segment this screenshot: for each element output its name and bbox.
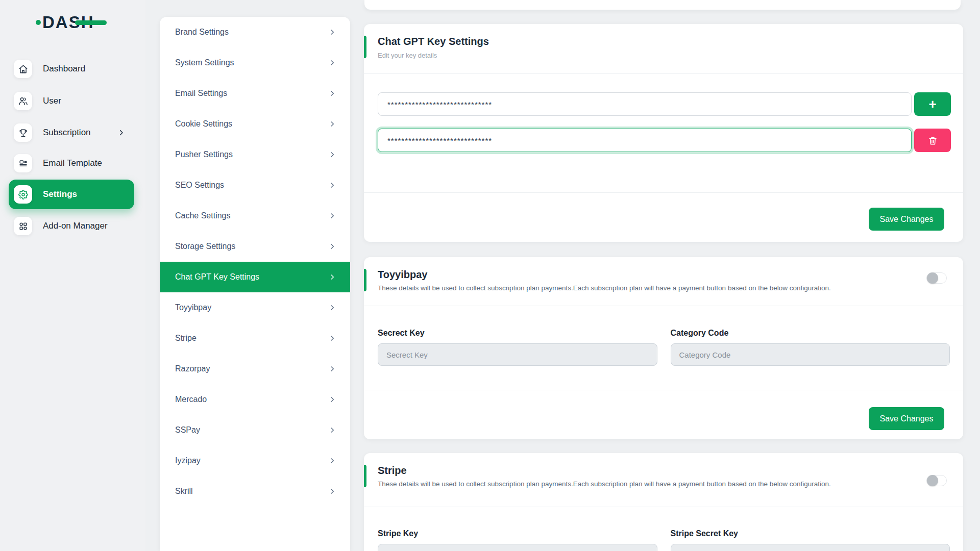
settings-menu-item-cache-settings[interactable]: Cache Settings xyxy=(160,201,350,231)
chevron-right-icon xyxy=(329,427,336,434)
template-icon xyxy=(14,154,32,172)
stripe-key-input[interactable] xyxy=(378,544,657,551)
sidebar-item-add-on-manager[interactable]: Add-on Manager xyxy=(0,211,145,241)
settings-menu-item-label: Mercado xyxy=(175,395,329,404)
category-code-input[interactable] xyxy=(671,343,950,366)
settings-menu-item-iyzipay[interactable]: Iyzipay xyxy=(160,445,350,476)
settings-menu-item-chat-gpt-key-settings[interactable]: Chat GPT Key Settings xyxy=(160,262,350,292)
sidebar-item-label: Subscription xyxy=(43,128,91,138)
card-description: These details will be used to collect su… xyxy=(378,480,933,488)
dash-logo: DASH xyxy=(36,11,107,34)
card-footer: Save Changes xyxy=(364,192,963,242)
logo-dot-icon xyxy=(36,20,41,25)
previous-card-fragment xyxy=(364,0,961,10)
field-label: Stripe Secret Key xyxy=(671,529,950,538)
field-label: Category Code xyxy=(671,329,950,338)
chevron-right-icon xyxy=(329,90,336,97)
sidebar-item-subscription[interactable]: Subscription xyxy=(0,118,145,147)
field-label: Stripe Key xyxy=(378,529,657,538)
card-subtitle: Edit your key details xyxy=(378,52,933,59)
field-grid: Stripe Key Stripe Secret Key xyxy=(364,507,963,551)
save-changes-button[interactable]: Save Changes xyxy=(869,407,944,430)
secret-key-input[interactable] xyxy=(378,343,657,366)
settings-menu-item-cookie-settings[interactable]: Cookie Settings xyxy=(160,109,350,139)
settings-menu-item-label: SSPay xyxy=(175,425,329,435)
sidebar-item-dashboard[interactable]: Dashboard xyxy=(0,54,145,84)
add-key-button[interactable]: + xyxy=(914,92,951,116)
settings-menu-item-system-settings[interactable]: System Settings xyxy=(160,47,350,78)
green-accent-bar xyxy=(364,36,366,58)
settings-menu-item-label: Cookie Settings xyxy=(175,119,329,129)
settings-menu-item-label: Brand Settings xyxy=(175,28,329,37)
chevron-right-icon xyxy=(329,457,336,464)
chevron-right-icon xyxy=(329,59,336,66)
plus-icon: + xyxy=(928,97,936,111)
settings-menu-item-toyyibpay[interactable]: Toyyibpay xyxy=(160,292,350,323)
chevron-right-icon xyxy=(329,365,336,372)
sidebar-item-settings[interactable]: Settings xyxy=(9,180,134,209)
sidebar-item-user[interactable]: User xyxy=(0,86,145,116)
field: Stripe Key xyxy=(378,529,657,551)
home-icon xyxy=(14,60,32,78)
sidebar-item-label: Add-on Manager xyxy=(43,221,108,231)
card-title: Stripe xyxy=(378,465,933,477)
settings-menu-item-label: Cache Settings xyxy=(175,211,329,220)
card-footer: Save Changes xyxy=(364,390,963,439)
key-row: + xyxy=(378,92,951,116)
grid-icon xyxy=(14,217,32,235)
chevron-right-icon xyxy=(329,120,336,128)
chevron-right-icon xyxy=(329,488,336,495)
key-row xyxy=(378,129,951,152)
save-changes-button[interactable]: Save Changes xyxy=(869,208,944,231)
api-key-input-1[interactable] xyxy=(378,92,912,116)
settings-menu-item-skrill[interactable]: Skrill xyxy=(160,476,350,507)
settings-menu-item-label: SEO Settings xyxy=(175,181,329,190)
field: Category Code xyxy=(671,329,950,366)
card-title: Toyyibpay xyxy=(378,269,933,281)
chevron-right-icon xyxy=(329,396,336,403)
sidebar-item-label: User xyxy=(43,96,61,106)
api-key-input-2[interactable] xyxy=(378,129,912,152)
settings-menu-item-seo-settings[interactable]: SEO Settings xyxy=(160,170,350,201)
settings-menu-item-razorpay[interactable]: Razorpay xyxy=(160,354,350,384)
settings-menu-item-label: Storage Settings xyxy=(175,242,329,251)
settings-menu-item-label: Pusher Settings xyxy=(175,150,329,159)
card-description: These details will be used to collect su… xyxy=(378,284,933,292)
settings-menu-item-stripe[interactable]: Stripe xyxy=(160,323,350,354)
card-title: Chat GPT Key Settings xyxy=(378,36,933,47)
settings-menu-item-label: Stripe xyxy=(175,334,329,343)
chevron-right-icon xyxy=(329,182,336,189)
chevron-right-icon xyxy=(329,304,336,311)
settings-menu-item-label: Iyzipay xyxy=(175,456,329,465)
toggle-knob xyxy=(927,272,938,284)
users-icon xyxy=(14,92,32,110)
settings-menu-item-label: System Settings xyxy=(175,58,329,67)
settings-menu-panel: Brand Settings System Settings Email Set… xyxy=(160,17,350,551)
settings-menu-item-mercado[interactable]: Mercado xyxy=(160,384,350,415)
green-accent-bar xyxy=(364,465,366,487)
chevron-right-icon xyxy=(329,151,336,158)
delete-key-button[interactable] xyxy=(914,129,951,152)
settings-menu-item-pusher-settings[interactable]: Pusher Settings xyxy=(160,139,350,170)
settings-menu-item-label: Toyyibpay xyxy=(175,303,329,312)
settings-menu-item-email-settings[interactable]: Email Settings xyxy=(160,78,350,109)
chatgpt-key-settings-card: Chat GPT Key Settings Edit your key deta… xyxy=(364,24,963,242)
settings-menu-item-sspay[interactable]: SSPay xyxy=(160,415,350,445)
card-header: Stripe These details will be used to col… xyxy=(364,453,963,507)
stripe-toggle[interactable] xyxy=(926,475,947,486)
trophy-icon xyxy=(14,123,32,142)
stripe-secret-key-input[interactable] xyxy=(671,544,950,551)
toggle-knob xyxy=(927,475,938,486)
sidebar-item-email-template[interactable]: Email Template xyxy=(0,148,145,178)
settings-menu-item-label: Chat GPT Key Settings xyxy=(175,272,329,282)
field-grid: Secrect Key Category Code xyxy=(364,306,963,366)
settings-menu-item-brand-settings[interactable]: Brand Settings xyxy=(160,17,350,47)
card-header: Toyyibpay These details will be used to … xyxy=(364,257,963,306)
settings-menu-item-storage-settings[interactable]: Storage Settings xyxy=(160,231,350,262)
chevron-right-icon xyxy=(329,212,336,219)
chevron-right-icon xyxy=(117,129,125,137)
toyyibpay-toggle[interactable] xyxy=(926,272,947,284)
field: Stripe Secret Key xyxy=(671,529,950,551)
toyyibpay-card: Toyyibpay These details will be used to … xyxy=(364,257,963,439)
settings-menu-item-label: Skrill xyxy=(175,487,329,496)
